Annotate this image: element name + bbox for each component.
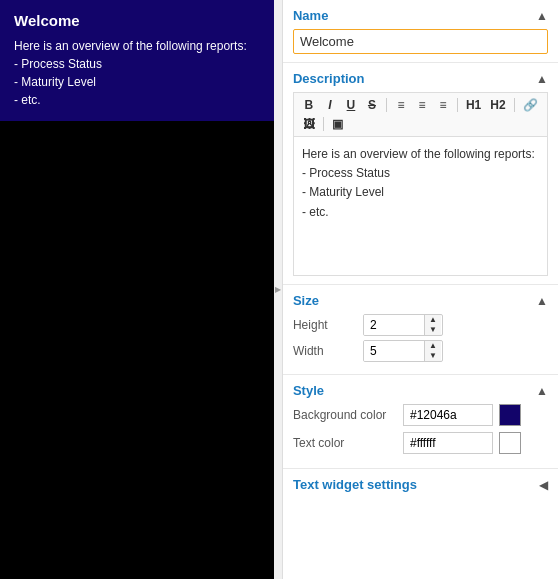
ul-button[interactable]: ≡ — [392, 97, 410, 113]
bg-color-label: Background color — [293, 408, 403, 422]
image-button[interactable]: 🖼 — [300, 116, 318, 132]
size-collapse-arrow[interactable]: ▲ — [536, 294, 548, 308]
width-label: Width — [293, 344, 363, 358]
right-panel: Name ▲ Description ▲ B I U S ≡ ≡ ≡ H1 H2… — [282, 0, 558, 579]
height-spinners: ▲ ▼ — [424, 315, 441, 335]
name-collapse-arrow[interactable]: ▲ — [536, 9, 548, 23]
text-widget-expand-arrow[interactable]: ◀ — [539, 478, 548, 492]
italic-button[interactable]: I — [321, 97, 339, 113]
editor-toolbar: B I U S ≡ ≡ ≡ H1 H2 🔗 🖼 ▣ — [293, 92, 548, 136]
text-color-label: Text color — [293, 436, 403, 450]
size-section: Size ▲ Height ▲ ▼ Width ▲ ▼ — [283, 285, 558, 375]
widget-below-area — [0, 121, 274, 579]
toolbar-sep-3 — [514, 98, 515, 112]
bg-color-input[interactable] — [403, 404, 493, 426]
description-section-title: Description — [293, 71, 365, 86]
bg-color-swatch[interactable] — [499, 404, 521, 426]
underline-button[interactable]: U — [342, 97, 360, 113]
height-row: Height ▲ ▼ — [293, 314, 548, 336]
editor-content[interactable]: Here is an overview of the following rep… — [293, 136, 548, 276]
text-widget-title: Text widget settings — [293, 477, 417, 492]
text-color-swatch[interactable] — [499, 432, 521, 454]
description-section-header: Description ▲ — [293, 71, 548, 86]
h1-button[interactable]: H1 — [463, 97, 484, 113]
left-panel: Welcome Here is an overview of the follo… — [0, 0, 274, 579]
width-input[interactable] — [364, 341, 424, 361]
text-color-input[interactable] — [403, 432, 493, 454]
text-widget-section: Text widget settings ◀ — [283, 469, 558, 500]
bg-color-input-wrap — [403, 404, 521, 426]
bold-button[interactable]: B — [300, 97, 318, 113]
description-section: Description ▲ B I U S ≡ ≡ ≡ H1 H2 🔗 🖼 ▣ … — [283, 63, 558, 285]
height-input-wrap: ▲ ▼ — [363, 314, 443, 336]
style-section: Style ▲ Background color Text color — [283, 375, 558, 469]
name-section: Name ▲ — [283, 0, 558, 63]
link-button[interactable]: 🔗 — [520, 97, 541, 113]
width-up-button[interactable]: ▲ — [425, 341, 441, 351]
name-section-header: Name ▲ — [293, 8, 548, 23]
name-section-title: Name — [293, 8, 328, 23]
description-collapse-arrow[interactable]: ▲ — [536, 72, 548, 86]
text-color-row: Text color — [293, 432, 548, 454]
height-down-button[interactable]: ▼ — [425, 325, 441, 335]
style-section-header: Style ▲ — [293, 383, 548, 398]
width-spinners: ▲ ▼ — [424, 341, 441, 361]
strikethrough-button[interactable]: S — [363, 97, 381, 113]
toolbar-sep-4 — [323, 117, 324, 131]
height-label: Height — [293, 318, 363, 332]
size-section-header: Size ▲ — [293, 293, 548, 308]
resize-handle[interactable] — [274, 0, 282, 579]
text-color-input-wrap — [403, 432, 521, 454]
widget-title: Welcome — [14, 12, 260, 29]
expand-button[interactable]: ▣ — [329, 116, 347, 132]
style-section-title: Style — [293, 383, 324, 398]
style-collapse-arrow[interactable]: ▲ — [536, 384, 548, 398]
width-row: Width ▲ ▼ — [293, 340, 548, 362]
width-input-wrap: ▲ ▼ — [363, 340, 443, 362]
h2-button[interactable]: H2 — [487, 97, 508, 113]
toolbar-sep-1 — [386, 98, 387, 112]
indent-button[interactable]: ≡ — [434, 97, 452, 113]
size-section-title: Size — [293, 293, 319, 308]
widget-preview: Welcome Here is an overview of the follo… — [0, 0, 274, 121]
name-input[interactable] — [293, 29, 548, 54]
height-input[interactable] — [364, 315, 424, 335]
bg-color-row: Background color — [293, 404, 548, 426]
height-up-button[interactable]: ▲ — [425, 315, 441, 325]
widget-body: Here is an overview of the following rep… — [14, 37, 260, 109]
ol-button[interactable]: ≡ — [413, 97, 431, 113]
width-down-button[interactable]: ▼ — [425, 351, 441, 361]
toolbar-sep-2 — [457, 98, 458, 112]
text-widget-header: Text widget settings ◀ — [293, 477, 548, 492]
